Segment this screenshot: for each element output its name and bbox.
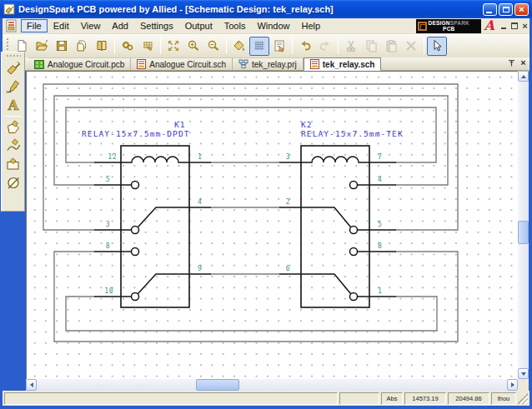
menu-file[interactable]: File: [21, 19, 48, 32]
scroll-down-button[interactable]: [518, 368, 529, 379]
left-arrow-icon: [28, 382, 33, 387]
zoom-extents-button[interactable]: [163, 37, 183, 56]
menu-edit[interactable]: Edit: [48, 19, 75, 32]
menu-window[interactable]: Window: [251, 19, 295, 32]
down-arrow-icon: [521, 372, 526, 378]
menu-output[interactable]: Output: [179, 19, 218, 32]
menu-settings[interactable]: Settings: [134, 19, 179, 32]
status-bar: Abs 14573.19 20494.86 thou: [3, 391, 529, 406]
document-system-icon[interactable]: [5, 19, 18, 32]
vertical-scroll-thumb[interactable]: [518, 221, 529, 244]
maximize-button[interactable]: [499, 3, 513, 16]
brand-name-dim: SPARK: [450, 20, 469, 26]
redo-button[interactable]: [315, 37, 335, 56]
k1-pin5-label: 5: [106, 176, 110, 183]
project-document-icon: [238, 59, 248, 69]
horizontal-scrollbar[interactable]: [26, 379, 518, 391]
tab-tek-relay-prj[interactable]: tek_relay.prj: [233, 57, 304, 70]
add-connection-button[interactable]: [3, 77, 23, 96]
net-k1p5-k2p4: [54, 96, 448, 185]
close-document-button[interactable]: ×: [518, 57, 529, 68]
mdi-minimize-button[interactable]: [499, 22, 508, 31]
pin-icon: [508, 59, 515, 67]
design-properties-button[interactable]: [269, 37, 289, 56]
k2-pin4-label: 4: [378, 176, 382, 183]
k2-name-label[interactable]: RELAY-15x7.5mm-TEK: [301, 129, 404, 138]
component-k1: [94, 146, 211, 307]
add-component-button[interactable]: [3, 59, 23, 77]
add-shape-rectangle-button[interactable]: [3, 155, 23, 173]
tab-analogue-circuit-sch[interactable]: Analogue Circuit.sch: [131, 57, 233, 70]
k1-name-label[interactable]: RELAY-15x7.5mm-DPDT: [82, 129, 190, 138]
mdi-close-button[interactable]: ×: [520, 22, 529, 31]
add-shape-polygon-button[interactable]: [3, 118, 23, 137]
pcb-document-icon: [34, 60, 44, 69]
open-button[interactable]: [32, 37, 52, 56]
tab-analogue-circuit-pcb[interactable]: Analogue Circuit.pcb: [28, 57, 131, 70]
k1-body: [121, 146, 189, 307]
grid-settings-button[interactable]: [138, 37, 158, 56]
cursor-x-coordinate: 14573.19: [404, 392, 446, 405]
window-border: [0, 406, 532, 409]
horizontal-scroll-thumb[interactable]: [196, 379, 239, 391]
zoom-out-button[interactable]: [203, 37, 223, 56]
k2-pin8-label: 8: [378, 242, 382, 250]
menu-help[interactable]: Help: [296, 19, 327, 32]
copy-button[interactable]: [361, 37, 381, 56]
close-icon: ×: [519, 5, 524, 14]
zoom-in-button[interactable]: [183, 37, 203, 56]
delete-button[interactable]: [401, 37, 421, 56]
menu-tools[interactable]: Tools: [218, 19, 252, 32]
vertical-scrollbar[interactable]: [518, 71, 529, 379]
pin-tabs-button[interactable]: [506, 57, 517, 68]
save-all-button[interactable]: [72, 37, 92, 56]
save-button[interactable]: [52, 37, 72, 56]
k2-ref-label[interactable]: K2: [301, 120, 313, 129]
resize-grip[interactable]: [518, 392, 528, 404]
tab-label: Analogue Circuit.pcb: [48, 60, 124, 69]
schematic-canvas[interactable]: K1 RELAY-15x7.5mm-DPDT K2 RELAY-15x7.5mm…: [26, 71, 518, 379]
color-fill-button[interactable]: [229, 37, 249, 56]
schematic-drawing: K1 RELAY-15x7.5mm-DPDT K2 RELAY-15x7.5mm…: [27, 72, 519, 380]
k2-pin7-label: 7: [378, 153, 382, 161]
settings-gears-button[interactable]: [118, 37, 138, 56]
add-shape-circle-button[interactable]: [3, 173, 23, 192]
toggle-grid-button[interactable]: [249, 37, 269, 56]
schematic-document-icon: [310, 59, 319, 69]
brand-name-strong: DESIGN: [429, 20, 450, 26]
designspark-logo: DESIGNSPARKPCB: [416, 19, 481, 33]
k1-pin12-label: 12: [108, 153, 117, 161]
k2-pin5-label: 5: [378, 221, 382, 228]
minimize-button[interactable]: [483, 3, 497, 16]
add-text-button[interactable]: A: [3, 96, 23, 114]
side-toolbar-grip[interactable]: [6, 54, 21, 57]
menu-add[interactable]: Add: [106, 19, 134, 32]
scroll-up-button[interactable]: [518, 71, 529, 82]
main-toolbar: [3, 34, 529, 57]
status-message-panel: [4, 392, 338, 405]
menu-view[interactable]: View: [75, 19, 107, 32]
k2-pin3-label: 3: [286, 153, 290, 161]
paste-button[interactable]: [381, 37, 401, 56]
k1-pin3-label: 3: [106, 221, 110, 228]
cursor-y-coordinate: 20494.86: [448, 392, 489, 405]
tab-label: tek_relay.prj: [252, 60, 297, 69]
schematic-side-toolbar: A: [1, 52, 25, 212]
k1-pin10-label: 10: [104, 287, 113, 295]
mdi-restore-button[interactable]: [509, 22, 519, 31]
tab-tek-relay-sch[interactable]: tek_relay.sch: [304, 57, 382, 71]
cut-button[interactable]: [341, 37, 361, 56]
minimize-icon: [486, 12, 492, 13]
scroll-left-button[interactable]: [26, 379, 37, 391]
k2-pin2-label: 2: [286, 198, 290, 206]
app-icon: [3, 3, 15, 15]
undo-button[interactable]: [295, 37, 315, 56]
select-mode-button[interactable]: [427, 37, 447, 56]
mdi-close-icon: ×: [522, 22, 527, 31]
add-shape-path-button[interactable]: [3, 137, 23, 155]
k1-ref-label[interactable]: K1: [174, 120, 186, 129]
scroll-right-button[interactable]: [507, 379, 518, 391]
libraries-button[interactable]: [92, 37, 112, 56]
close-button[interactable]: ×: [514, 3, 529, 16]
k1-pin1-label: 1: [198, 153, 202, 161]
